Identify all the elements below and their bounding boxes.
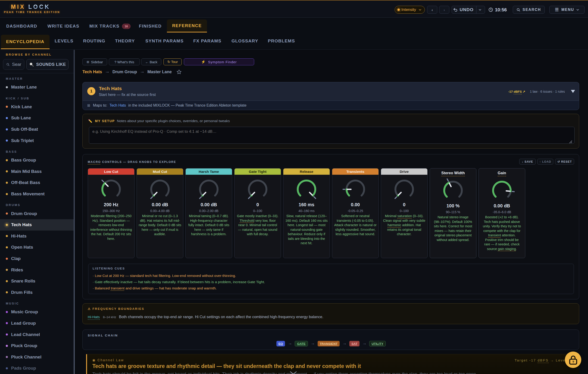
svg-text:?: ? xyxy=(572,360,574,363)
